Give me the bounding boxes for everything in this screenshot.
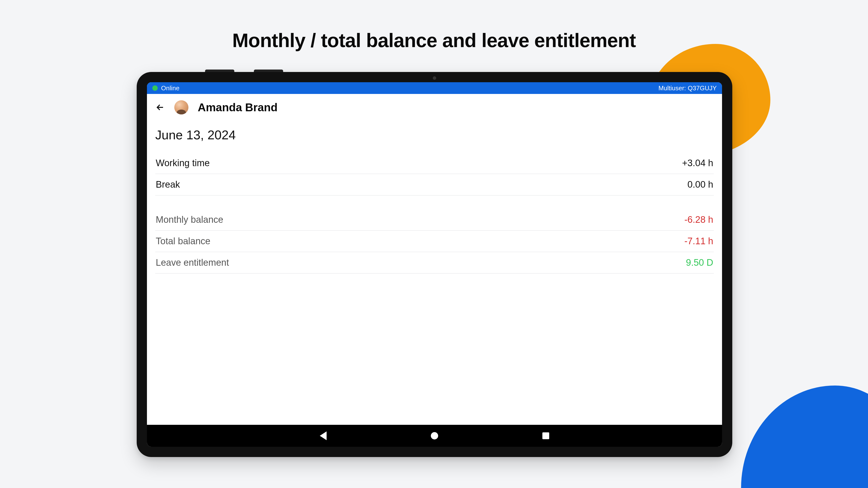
online-label: Online	[161, 85, 179, 92]
date-heading: June 13, 2024	[155, 128, 714, 142]
row-value: 0.00 h	[687, 180, 713, 190]
app-screen: Online Multiuser: Q37GUJY Amanda Brand J…	[147, 82, 722, 447]
user-name: Amanda Brand	[198, 101, 278, 114]
nav-recent-button[interactable]	[541, 431, 550, 440]
status-bar: Online Multiuser: Q37GUJY	[147, 82, 722, 94]
row-label: Total balance	[156, 236, 210, 247]
arrow-left-icon	[156, 103, 164, 112]
row-label: Leave entitlement	[156, 257, 229, 268]
row-label: Working time	[156, 158, 210, 168]
avatar	[174, 100, 188, 115]
android-nav-bar	[147, 425, 722, 447]
nav-home-button[interactable]	[430, 431, 439, 440]
row-value: 9.50 D	[686, 257, 713, 268]
tablet-frame: Online Multiuser: Q37GUJY Amanda Brand J…	[137, 72, 732, 457]
row-working-time: Working time +3.04 h	[155, 153, 714, 174]
square-recent-icon	[542, 432, 549, 439]
row-label: Break	[156, 180, 180, 190]
daily-group: Working time +3.04 h Break 0.00 h	[155, 153, 714, 195]
row-value: -6.28 h	[684, 215, 713, 225]
status-left: Online	[152, 85, 179, 92]
decor-blob-blue	[741, 386, 868, 488]
content-area: June 13, 2024 Working time +3.04 h Break…	[147, 121, 722, 425]
row-value: -7.11 h	[684, 236, 713, 247]
row-total-balance: Total balance -7.11 h	[155, 231, 714, 252]
row-monthly-balance: Monthly balance -6.28 h	[155, 209, 714, 231]
back-button[interactable]	[155, 102, 165, 112]
balances-group: Monthly balance -6.28 h Total balance -7…	[155, 209, 714, 273]
tablet-camera	[433, 76, 436, 80]
app-header: Amanda Brand	[147, 94, 722, 121]
multiuser-label: Multiuser: Q37GUJY	[658, 85, 717, 92]
row-break: Break 0.00 h	[155, 174, 714, 195]
triangle-back-icon	[320, 431, 327, 440]
nav-back-button[interactable]	[319, 431, 328, 440]
circle-home-icon	[431, 432, 438, 440]
row-label: Monthly balance	[156, 215, 223, 225]
page-title: Monthly / total balance and leave entitl…	[0, 29, 868, 52]
row-value: +3.04 h	[682, 158, 713, 168]
row-leave-entitlement: Leave entitlement 9.50 D	[155, 252, 714, 273]
online-indicator-icon	[152, 86, 158, 91]
